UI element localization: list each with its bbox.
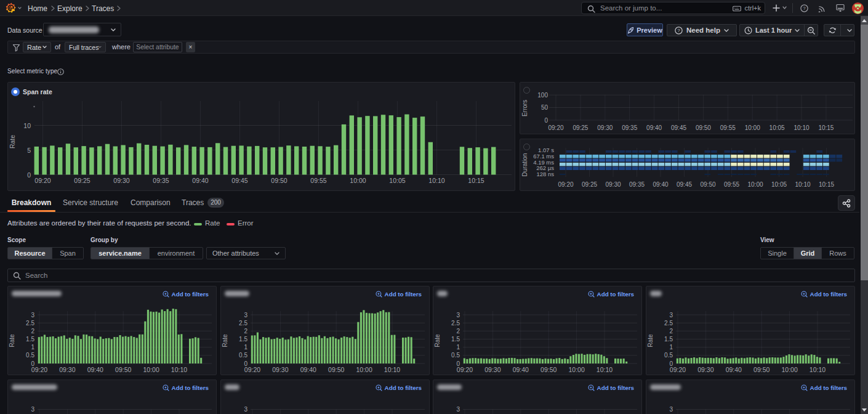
svg-text:0.5: 0.5	[451, 352, 460, 359]
svg-text:2: 2	[669, 328, 673, 335]
svg-text:09:50: 09:50	[115, 366, 131, 373]
svg-text:3: 3	[244, 312, 247, 319]
svg-text:Rate: Rate	[647, 334, 654, 347]
svg-text:1: 1	[31, 344, 34, 351]
svg-text:10:00: 10:00	[747, 181, 763, 188]
svg-text:09:40: 09:40	[300, 366, 316, 373]
svg-text:10:00: 10:00	[781, 366, 797, 373]
svg-text:09:30: 09:30	[597, 124, 613, 131]
svg-text:09:50: 09:50	[700, 181, 715, 188]
svg-text:09:35: 09:35	[622, 124, 637, 131]
svg-text:10:10: 10:10	[171, 366, 187, 373]
svg-text:10:00: 10:00	[143, 366, 159, 373]
svg-text:0.5: 0.5	[664, 352, 673, 359]
svg-text:1.5: 1.5	[26, 336, 34, 343]
svg-text:09:40: 09:40	[87, 366, 103, 373]
svg-text:Errors: Errors	[521, 100, 528, 116]
svg-text:10:05: 10:05	[770, 124, 785, 131]
svg-text:09:40: 09:40	[192, 177, 208, 184]
svg-text:10: 10	[23, 122, 31, 129]
svg-text:10:15: 10:15	[468, 177, 484, 184]
svg-text:0.5: 0.5	[239, 352, 247, 359]
svg-text:09:30: 09:30	[484, 366, 500, 373]
svg-text:?: ?	[803, 6, 806, 11]
svg-text:09:20: 09:20	[558, 181, 573, 188]
svg-text:10:00: 10:00	[745, 124, 760, 131]
svg-text:10:10: 10:10	[597, 366, 613, 373]
svg-text:09:20: 09:20	[244, 366, 260, 373]
svg-text:2.5: 2.5	[239, 320, 247, 327]
svg-text:100: 100	[537, 92, 548, 99]
svg-text:10:10: 10:10	[810, 366, 826, 373]
svg-text:10:00: 10:00	[356, 366, 372, 373]
svg-text:2: 2	[456, 328, 460, 335]
svg-text:3: 3	[244, 406, 247, 413]
svg-text:09:40: 09:40	[513, 366, 529, 373]
svg-text:09:50: 09:50	[696, 124, 711, 131]
svg-text:09:25: 09:25	[573, 124, 588, 131]
svg-text:Rate: Rate	[9, 334, 15, 347]
svg-text:09:20: 09:20	[548, 124, 563, 131]
svg-text:3: 3	[31, 312, 34, 319]
svg-text:09:30: 09:30	[272, 366, 288, 373]
svg-text:09:50: 09:50	[540, 366, 557, 373]
svg-text:09:55: 09:55	[720, 124, 736, 131]
svg-text:1: 1	[669, 344, 673, 351]
svg-text:09:50: 09:50	[271, 177, 287, 184]
svg-text:3: 3	[456, 312, 460, 319]
svg-text:2: 2	[244, 328, 247, 335]
svg-text:1.5: 1.5	[451, 336, 460, 343]
svg-text:09:30: 09:30	[59, 366, 75, 373]
svg-text:2.5: 2.5	[451, 320, 460, 327]
svg-text:1: 1	[456, 344, 460, 351]
svg-text:Rate: Rate	[434, 334, 441, 347]
svg-text:09:40: 09:40	[653, 181, 668, 188]
svg-text:5: 5	[27, 147, 31, 154]
svg-text:Rate: Rate	[222, 334, 228, 347]
svg-text:1: 1	[244, 344, 247, 351]
svg-text:09:45: 09:45	[671, 124, 686, 131]
svg-text:09:20: 09:20	[34, 177, 50, 184]
svg-text:10:15: 10:15	[818, 124, 834, 131]
svg-text:09:45: 09:45	[231, 177, 247, 184]
svg-text:09:50: 09:50	[753, 366, 770, 373]
svg-text:09:40: 09:40	[646, 124, 662, 131]
svg-text:3: 3	[31, 406, 34, 413]
svg-text:10:05: 10:05	[389, 177, 405, 184]
svg-text:0: 0	[544, 117, 548, 124]
svg-text:09:20: 09:20	[31, 366, 47, 373]
svg-text:09:50: 09:50	[328, 366, 344, 373]
svg-text:10:05: 10:05	[771, 181, 787, 188]
svg-text:09:30: 09:30	[605, 181, 621, 188]
svg-text:09:25: 09:25	[582, 181, 597, 188]
svg-text:10:15: 10:15	[819, 181, 834, 188]
svg-text:2: 2	[31, 328, 34, 335]
svg-text:0.5: 0.5	[26, 352, 34, 359]
svg-text:128 ns: 128 ns	[536, 171, 554, 177]
svg-text:09:40: 09:40	[726, 366, 742, 373]
svg-text:2.5: 2.5	[664, 320, 673, 327]
svg-text:10:00: 10:00	[568, 366, 584, 373]
svg-text:3: 3	[456, 406, 460, 413]
svg-text:Rate: Rate	[9, 135, 16, 148]
svg-text:09:35: 09:35	[629, 181, 645, 188]
svg-text:09:20: 09:20	[670, 366, 686, 373]
svg-text:10:10: 10:10	[794, 124, 809, 131]
svg-text:3: 3	[669, 312, 673, 319]
svg-text:10:10: 10:10	[428, 177, 444, 184]
svg-text:09:30: 09:30	[113, 177, 129, 184]
svg-text:09:55: 09:55	[724, 181, 739, 188]
svg-text:0: 0	[27, 171, 31, 179]
svg-text:1.5: 1.5	[239, 336, 247, 343]
svg-text:09:55: 09:55	[310, 177, 326, 184]
svg-text:1.5: 1.5	[664, 336, 673, 343]
svg-text:Duration: Duration	[521, 153, 528, 177]
svg-text:10:00: 10:00	[350, 177, 366, 184]
svg-text:09:35: 09:35	[153, 177, 169, 184]
svg-text:3: 3	[669, 406, 673, 413]
svg-text:50: 50	[541, 104, 549, 111]
svg-text:10:10: 10:10	[384, 366, 400, 373]
svg-text:09:20: 09:20	[457, 366, 473, 373]
svg-text:10:10: 10:10	[795, 181, 810, 188]
svg-text:?: ?	[677, 28, 680, 33]
